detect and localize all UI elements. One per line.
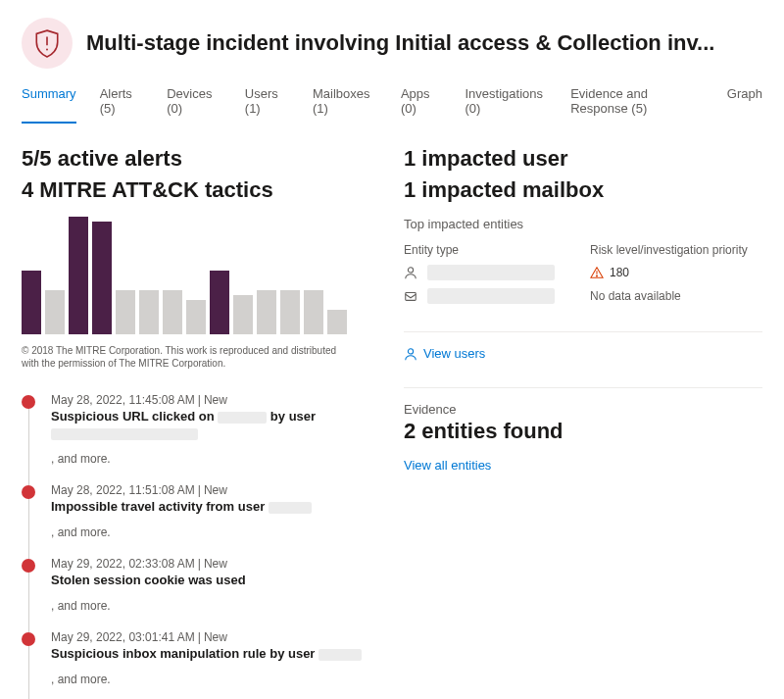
mitre-bar: [304, 290, 323, 334]
tab-apps-0[interactable]: Apps (0): [401, 80, 442, 124]
tabs: SummaryAlerts (5)Devices (0)Users (1)Mai…: [22, 80, 762, 124]
tab-alerts-5[interactable]: Alerts (5): [100, 80, 144, 124]
svg-rect-5: [406, 293, 416, 301]
severity-dot-icon: [22, 632, 35, 646]
entity-risk: No data available: [590, 289, 762, 303]
impacted-entities-table: Entity type Risk level/investigation pri…: [404, 239, 762, 308]
mitre-bar: [186, 300, 206, 334]
mitre-bar: [327, 310, 347, 334]
entity-name-redacted: [427, 288, 555, 304]
timeline-title: Suspicious URL clicked on by user: [51, 409, 365, 424]
timeline-connector: [28, 407, 29, 485]
svg-point-6: [408, 348, 413, 353]
timeline-title: Impossible travel activity from user: [51, 499, 365, 514]
evidence-heading: 2 entities found: [404, 419, 762, 444]
tab-evidence-and-response-5[interactable]: Evidence and Response (5): [570, 80, 704, 124]
entity-risk: 180: [590, 266, 762, 279]
timeline-timestamp: May 29, 2022, 03:01:41 AM|New: [51, 630, 365, 644]
svg-point-1: [46, 48, 48, 50]
incident-header: Multi-stage incident involving Initial a…: [22, 18, 762, 69]
mitre-bar: [92, 222, 112, 334]
timeline-more: , and more.: [51, 599, 365, 613]
mitre-bar: [210, 271, 229, 334]
mitre-bar: [69, 217, 88, 334]
mitre-copyright: © 2018 The MITRE Corporation. This work …: [22, 344, 345, 370]
timeline-connector: [28, 497, 29, 559]
view-all-entities-link[interactable]: View all entities: [404, 458, 491, 473]
mitre-bar: [233, 295, 253, 334]
severity-dot-icon: [22, 559, 35, 573]
svg-point-4: [596, 275, 597, 276]
timeline-title: Stolen session cookie was used: [51, 573, 365, 587]
timeline-item[interactable]: May 29, 2022, 03:01:41 AM|NewSuspicious …: [22, 630, 365, 699]
user-icon: [404, 266, 419, 279]
user-icon: [404, 347, 417, 361]
impacted-mailbox-heading: 1 impacted mailbox: [404, 176, 762, 204]
mitre-bar: [45, 290, 65, 334]
mitre-bar: [280, 290, 300, 334]
timeline-item[interactable]: May 28, 2022, 11:51:08 AM|NewImpossible …: [22, 483, 365, 557]
impacted-user-heading: 1 impacted user: [404, 145, 762, 173]
timeline-more: , and more.: [51, 452, 365, 466]
mitre-bar: [163, 290, 182, 334]
entity-row[interactable]: 180: [404, 261, 762, 284]
timeline-item[interactable]: May 28, 2022, 11:45:08 AM|NewSuspicious …: [22, 393, 365, 483]
svg-point-2: [408, 268, 413, 273]
mitre-bar: [257, 290, 276, 334]
alert-timeline: May 28, 2022, 11:45:08 AM|NewSuspicious …: [22, 393, 365, 699]
evidence-label: Evidence: [404, 402, 762, 417]
timeline-timestamp: May 29, 2022, 02:33:08 AM|New: [51, 557, 365, 571]
timeline-title: Suspicious inbox manipulation rule by us…: [51, 646, 365, 661]
tab-devices-0[interactable]: Devices (0): [167, 80, 221, 124]
mailbox-icon: [404, 289, 419, 303]
timeline-item[interactable]: May 29, 2022, 02:33:08 AM|NewStolen sess…: [22, 557, 365, 630]
tab-users-1[interactable]: Users (1): [245, 80, 289, 124]
col-entity-type: Entity type: [404, 243, 590, 257]
tab-graph[interactable]: Graph: [727, 80, 762, 124]
timeline-timestamp: May 28, 2022, 11:45:08 AM|New: [51, 393, 365, 407]
view-all-entities-label: View all entities: [404, 458, 491, 473]
divider: [404, 387, 762, 388]
top-impacted-label: Top impacted entities: [404, 217, 762, 231]
col-risk-level: Risk level/investigation priority: [590, 243, 762, 257]
timeline-timestamp: May 28, 2022, 11:51:08 AM|New: [51, 483, 365, 497]
shield-icon: [22, 18, 73, 69]
tab-summary[interactable]: Summary: [22, 80, 76, 124]
timeline-connector: [28, 644, 29, 699]
view-users-label: View users: [423, 346, 485, 361]
alerts-heading-2: 4 MITRE ATT&CK tactics: [22, 176, 365, 204]
severity-dot-icon: [22, 485, 35, 499]
entity-name-redacted: [427, 265, 555, 280]
mitre-bar: [116, 290, 135, 334]
severity-dot-icon: [22, 395, 35, 409]
entity-row[interactable]: No data available: [404, 284, 762, 308]
tab-investigations-0[interactable]: Investigations (0): [466, 80, 548, 124]
mitre-bar: [139, 290, 159, 334]
page-title: Multi-stage incident involving Initial a…: [86, 30, 714, 56]
mitre-tactics-chart: [22, 217, 365, 334]
view-users-link[interactable]: View users: [404, 346, 485, 361]
divider: [404, 331, 762, 332]
timeline-more: , and more.: [51, 525, 365, 539]
tab-mailboxes-1[interactable]: Mailboxes (1): [313, 80, 377, 124]
mitre-bar: [22, 271, 41, 334]
timeline-redacted: [51, 425, 365, 440]
alerts-heading-1: 5/5 active alerts: [22, 145, 365, 173]
timeline-more: , and more.: [51, 673, 365, 686]
timeline-connector: [28, 571, 29, 632]
